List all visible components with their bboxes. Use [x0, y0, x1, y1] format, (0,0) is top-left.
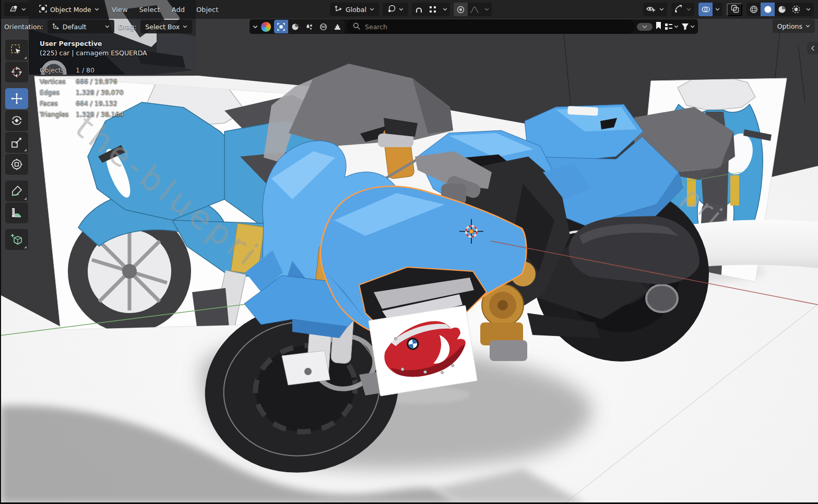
asset-search-bar — [250, 19, 698, 34]
display-mode-dropdown[interactable] — [665, 23, 679, 30]
shading-mode-group — [746, 3, 814, 16]
transform-orientation-dropdown[interactable]: Global — [330, 3, 379, 16]
window-edge-left — [0, 0, 1, 504]
orientation-axes-icon — [52, 22, 60, 31]
tool-scale[interactable] — [5, 132, 28, 153]
filter-funnel-dropdown[interactable] — [681, 23, 695, 30]
world-filter-button[interactable] — [316, 20, 330, 33]
orientation-axes-icon — [335, 5, 342, 14]
options-dropdown[interactable]: Options — [773, 19, 815, 33]
tool-settings-bar: Orientation: Default Drag: Select Box — [0, 19, 818, 34]
snapping-group — [412, 3, 450, 16]
tool-shelf — [5, 40, 28, 251]
search-input[interactable] — [364, 22, 629, 31]
sidebar-toggle-button[interactable] — [807, 42, 818, 54]
menu-view[interactable]: View — [106, 3, 134, 16]
chevron-down-icon — [183, 25, 187, 28]
toggle-xray-button[interactable] — [727, 3, 742, 16]
tool-add-cube[interactable] — [5, 229, 28, 250]
tool-cursor[interactable] — [5, 62, 28, 82]
chevron-down-icon — [686, 8, 691, 11]
stat-row: Vertices666 / 19,976 — [40, 76, 147, 87]
chevron-down-icon — [659, 8, 664, 11]
object-origin-dot — [469, 229, 473, 233]
object-mode-icon — [39, 5, 47, 14]
orientation-value: Global — [346, 6, 366, 14]
chevron-down-icon — [674, 25, 679, 28]
proportional-edit-toggle[interactable] — [454, 3, 468, 16]
shading-rendered-button[interactable] — [789, 3, 803, 16]
overlays-group — [698, 3, 722, 16]
shading-material-button[interactable] — [775, 3, 789, 16]
view-name: User Perspective — [40, 40, 147, 47]
search-icon — [353, 22, 360, 32]
gizmos-dropdown[interactable] — [671, 3, 694, 16]
chevron-down-icon — [21, 8, 26, 11]
blenderkit-logo-icon[interactable] — [260, 21, 271, 32]
editor-type-selector[interactable] — [4, 3, 31, 16]
pivot-point-icon — [387, 5, 396, 15]
reference-photo-red-fairing[interactable] — [369, 305, 478, 396]
viewport-header: Object Mode View Select Add Object Globa… — [0, 0, 818, 19]
orientation-label: Orientation: — [4, 23, 43, 31]
model-filter-button[interactable] — [274, 20, 288, 33]
mode-label: Object Mode — [50, 6, 91, 14]
drag-mode-value: Select Box — [145, 23, 180, 31]
proportional-edit-group — [454, 3, 492, 16]
show-overlays-toggle[interactable] — [698, 3, 713, 16]
chevron-down-icon — [805, 25, 810, 28]
tool-transform[interactable] — [5, 154, 28, 175]
orientation-value: Default — [63, 23, 87, 31]
snap-target-dropdown[interactable] — [426, 3, 440, 16]
tool-select-box[interactable] — [5, 40, 28, 61]
snap-magnet-toggle[interactable] — [412, 3, 426, 16]
shading-wireframe-button[interactable] — [746, 3, 761, 16]
stat-row: Objects1 / 80 — [40, 65, 147, 76]
chevron-down-icon — [370, 8, 374, 11]
drag-label: Drag: — [118, 23, 137, 31]
bookmark-icon[interactable] — [655, 21, 662, 32]
collapse-chevron-icon[interactable] — [253, 25, 258, 29]
chevron-down-icon[interactable] — [803, 8, 814, 11]
viewport-editor-icon — [9, 5, 18, 14]
brush-filter-button[interactable] — [330, 20, 345, 33]
expand-results-chevron[interactable] — [637, 23, 653, 31]
falloff-curve-dropdown[interactable] — [468, 3, 482, 16]
chevron-down-icon — [94, 8, 99, 11]
chevron-down-icon — [105, 25, 110, 28]
tool-annotate[interactable] — [5, 181, 28, 201]
asset-search-field[interactable] — [347, 20, 634, 33]
chevron-down-icon — [399, 8, 404, 11]
tool-measure[interactable] — [5, 202, 28, 223]
tool-rotate[interactable] — [5, 110, 28, 131]
pivot-point-dropdown[interactable] — [383, 3, 408, 16]
orientation-dropdown[interactable]: Default — [48, 20, 114, 33]
menu-object[interactable]: Object — [191, 3, 224, 16]
menu-add[interactable]: Add — [166, 3, 191, 16]
stat-row: Faces664 / 19,132 — [40, 98, 147, 109]
chevron-down-icon[interactable] — [713, 8, 722, 11]
stat-row: Triangles1,328 / 38,164 — [40, 109, 147, 119]
drag-mode-dropdown[interactable]: Select Box — [140, 20, 192, 33]
mode-selector[interactable]: Object Mode — [34, 3, 104, 16]
viewport-stats-overlay: User Perspective (225) car | carnagem ES… — [40, 40, 147, 119]
chevron-down-icon — [690, 25, 695, 28]
stat-row: Edges1,328 / 39,070 — [40, 87, 147, 98]
object-visibility-icon — [646, 5, 656, 14]
gizmo-icon — [674, 5, 683, 14]
chevron-down-icon[interactable] — [482, 8, 492, 11]
material-filter-button[interactable] — [288, 20, 302, 33]
chevron-down-icon[interactable] — [440, 8, 450, 11]
active-collection-breadcrumb: (225) car | carnagem ESQUERDA — [40, 49, 147, 57]
shading-solid-button[interactable] — [761, 3, 775, 16]
menu-bar: View Select Add Object — [106, 3, 224, 16]
options-label: Options — [777, 22, 802, 30]
asset-type-filters — [274, 20, 345, 33]
blender-window: the-blueprints.com the-blueprints.com th… — [0, 0, 818, 504]
tool-move[interactable] — [5, 88, 28, 109]
paint-filter-button[interactable] — [302, 20, 316, 33]
object-visibility-dropdown[interactable] — [643, 3, 667, 16]
menu-select[interactable]: Select — [134, 3, 166, 16]
